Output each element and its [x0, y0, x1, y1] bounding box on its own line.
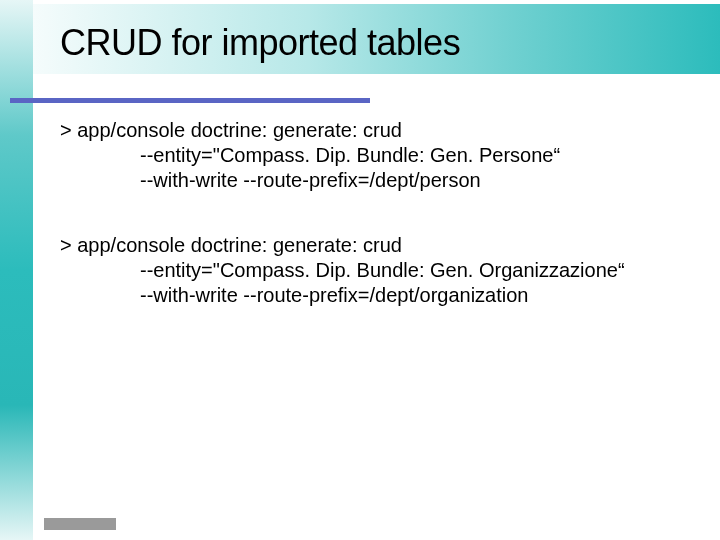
command-arg: --entity="Compass. Dip. Bundle: Gen. Org…: [60, 258, 680, 283]
divider-bar: [10, 98, 370, 103]
slide-title: CRUD for imported tables: [60, 22, 460, 64]
command-block: > app/console doctrine: generate: crud -…: [60, 233, 680, 308]
command-line: > app/console doctrine: generate: crud: [60, 118, 680, 143]
command-arg: --with-write --route-prefix=/dept/person: [60, 168, 680, 193]
content-area: > app/console doctrine: generate: crud -…: [60, 118, 680, 348]
command-arg: --entity="Compass. Dip. Bundle: Gen. Per…: [60, 143, 680, 168]
left-accent-band: [0, 0, 33, 540]
command-block: > app/console doctrine: generate: crud -…: [60, 118, 680, 193]
command-line: > app/console doctrine: generate: crud: [60, 233, 680, 258]
footer-accent: [44, 518, 116, 530]
slide: CRUD for imported tables > app/console d…: [0, 0, 720, 540]
command-arg: --with-write --route-prefix=/dept/organi…: [60, 283, 680, 308]
